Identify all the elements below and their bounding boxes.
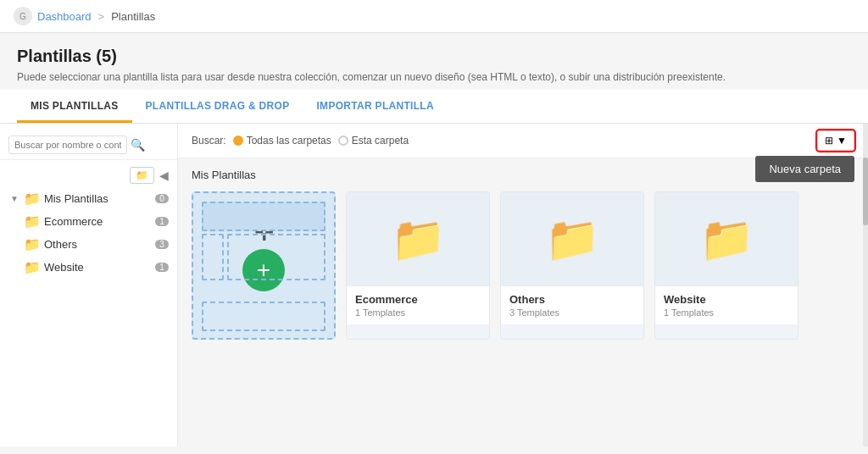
folder-emoji-icon: 📁 [699, 213, 754, 265]
radio-dot-filled [233, 136, 243, 146]
upload-button[interactable]: 📁 [130, 167, 154, 184]
folder-icon: 📁 [24, 191, 41, 207]
tab-importar[interactable]: IMPORTAR PLANTILLA [303, 90, 448, 123]
logo-icon: G [14, 7, 32, 25]
sidebar-item-ecommerce[interactable]: 📁 Ecommerce 1 [0, 210, 177, 233]
folder-info: Ecommerce 1 Templates [347, 285, 489, 324]
toolbar-left: Buscar: Todas las carpetas Esta carpeta [192, 135, 409, 147]
tab-drag-drop[interactable]: PLANTILLAS DRAG & DROP [132, 90, 303, 123]
folder-name: Ecommerce [355, 293, 481, 306]
tree-label: Others [44, 238, 152, 251]
folder-card-others[interactable]: 📁 Others 3 Templates [500, 191, 644, 340]
template-top-bar [202, 202, 326, 231]
template-grid: ✛ + 📁 Ecommerce 1 Templates [178, 188, 868, 353]
new-folder-dropdown[interactable]: Nueva carpeta [755, 156, 854, 182]
breadcrumb-home[interactable]: Dashboard [37, 10, 92, 23]
main-area: 🔍 📁 ◀ ▼ 📁 Mis Plantillas 0 📁 Ecommerce 1… [0, 124, 868, 446]
folder-icon: 📁 [24, 213, 41, 230]
folder-name: Others [509, 293, 635, 306]
dashed-lines [202, 302, 326, 331]
new-template-card[interactable]: ✛ + [192, 191, 336, 340]
tree-arrow-icon: ▼ [10, 194, 19, 203]
folder-info: Website 1 Templates [655, 285, 798, 324]
tree-badge: 3 [155, 240, 169, 249]
folder-thumb: 📁 [501, 192, 643, 285]
folder-thumb: 📁 [655, 192, 798, 285]
radio-this-label: Esta carpeta [352, 135, 409, 147]
folder-count: 3 Templates [509, 307, 635, 318]
radio-all-label: Todas las carpetas [247, 135, 331, 147]
sidebar-item-others[interactable]: 📁 Others 3 [0, 233, 177, 256]
scrollbar-track [863, 124, 868, 446]
content-area: Buscar: Todas las carpetas Esta carpeta … [178, 124, 868, 446]
tab-mis-plantillas[interactable]: MIS PLANTILLAS [17, 90, 132, 123]
folder-card-ecommerce[interactable]: 📁 Ecommerce 1 Templates [346, 191, 490, 340]
tree-label: Mis Plantillas [44, 192, 152, 205]
folder-count: 1 Templates [664, 307, 789, 318]
sidebar-search-row: 🔍 [0, 130, 177, 160]
tree-badge: 0 [155, 194, 169, 203]
new-folder-button[interactable]: ⊞ ▼ [817, 130, 854, 151]
sidebar-actions: 📁 ◀ [0, 163, 177, 187]
grid-icon: ⊞ [825, 135, 833, 147]
scrollbar-thumb[interactable] [863, 158, 868, 225]
radio-all-folders[interactable]: Todas las carpetas [233, 135, 331, 147]
folder-count: 1 Templates [355, 307, 481, 318]
breadcrumb-current: Plantillas [111, 10, 155, 23]
folder-info: Others 3 Templates [501, 285, 643, 324]
tree-label: Ecommerce [44, 215, 152, 228]
search-input[interactable] [8, 136, 127, 154]
tree-badge: 1 [155, 217, 169, 226]
folder-name: Website [664, 293, 789, 306]
content-toolbar: Buscar: Todas las carpetas Esta carpeta … [178, 124, 868, 158]
search-label: Buscar: [192, 135, 226, 147]
folder-icon: 📁 [24, 236, 41, 252]
search-icon: 🔍 [131, 138, 145, 152]
page-title: Plantillas (5) [17, 47, 851, 66]
toolbar-right: ⊞ ▼ Nueva carpeta [817, 130, 854, 151]
sidebar: 🔍 📁 ◀ ▼ 📁 Mis Plantillas 0 📁 Ecommerce 1… [0, 124, 178, 446]
sidebar-item-website[interactable]: 📁 Website 1 [0, 256, 177, 279]
radio-dot-empty [338, 136, 348, 146]
folder-emoji-icon: 📁 [391, 213, 446, 265]
collapse-button[interactable]: ◀ [159, 169, 169, 182]
template-body [227, 234, 326, 280]
breadcrumb-separator: > [98, 10, 105, 23]
dropdown-arrow-icon: ▼ [837, 135, 847, 147]
folder-card-website[interactable]: 📁 Website 1 Templates [654, 191, 798, 340]
tabs-bar: MIS PLANTILLAS PLANTILLAS DRAG & DROP IM… [0, 90, 868, 124]
topbar: G Dashboard > Plantillas [0, 0, 868, 33]
radio-this-folder[interactable]: Esta carpeta [338, 135, 409, 147]
tree-label: Website [44, 261, 152, 274]
folder-icon: 📁 [24, 259, 41, 275]
page-header: Plantillas (5) Puede seleccionar una pla… [0, 33, 868, 90]
sidebar-item-mis-plantillas[interactable]: ▼ 📁 Mis Plantillas 0 [0, 187, 177, 210]
tree-badge: 1 [155, 263, 169, 272]
page-description: Puede seleccionar una plantilla lista pa… [17, 71, 851, 83]
folder-emoji-icon: 📁 [545, 213, 600, 265]
template-sidebar [202, 234, 224, 280]
folder-thumb: 📁 [347, 192, 489, 285]
